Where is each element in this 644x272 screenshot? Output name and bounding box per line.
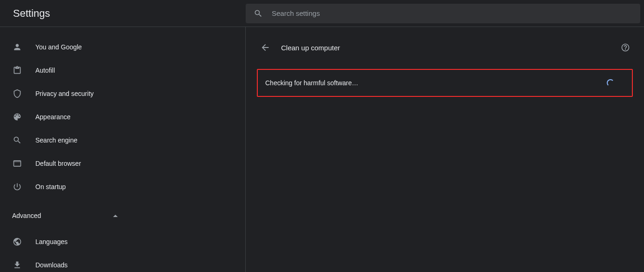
sidebar-section-label: Advanced — [12, 212, 41, 219]
shield-icon — [12, 88, 22, 99]
sidebar-item-label: Appearance — [35, 113, 71, 121]
search-container — [246, 4, 644, 23]
browser-icon — [12, 158, 22, 169]
page-title: Clean up computer — [281, 44, 610, 52]
main-content: Clean up computer Checking for harmful s… — [246, 27, 644, 272]
search-icon — [253, 8, 263, 19]
download-icon — [12, 260, 22, 270]
layout: You and Google Autofill Privacy and secu… — [0, 27, 644, 272]
sidebar: You and Google Autofill Privacy and secu… — [0, 27, 246, 272]
status-card: Checking for harmful software… — [257, 69, 633, 97]
status-text: Checking for harmful software… — [265, 79, 358, 87]
sidebar-item-privacy-and-security[interactable]: Privacy and security — [0, 82, 245, 105]
person-icon — [12, 42, 22, 52]
clipboard-icon — [12, 65, 22, 75]
globe-icon — [12, 237, 22, 247]
sidebar-item-label: Default browser — [35, 160, 81, 167]
app-header: Settings — [0, 0, 644, 27]
sidebar-item-on-startup[interactable]: On startup — [0, 175, 245, 198]
search-input[interactable] — [272, 9, 633, 17]
search-icon — [12, 135, 22, 145]
help-button[interactable] — [620, 42, 631, 53]
sidebar-item-label: Search engine — [35, 136, 77, 144]
loading-spinner-icon — [607, 79, 614, 87]
sidebar-item-default-browser[interactable]: Default browser — [0, 152, 245, 175]
sidebar-item-you-and-google[interactable]: You and Google — [0, 35, 245, 59]
sidebar-item-label: Privacy and security — [35, 90, 94, 97]
sidebar-item-label: On startup — [35, 183, 66, 190]
sidebar-item-search-engine[interactable]: Search engine — [0, 129, 245, 152]
sidebar-section-advanced[interactable]: Advanced — [0, 204, 245, 227]
search-box[interactable] — [246, 4, 640, 23]
sidebar-item-label: Autofill — [35, 67, 55, 74]
sidebar-item-downloads[interactable]: Downloads — [0, 253, 245, 272]
palette-icon — [12, 112, 22, 122]
sidebar-item-autofill[interactable]: Autofill — [0, 59, 245, 82]
page-header: Clean up computer — [257, 38, 633, 57]
sidebar-item-label: Languages — [35, 238, 67, 245]
sidebar-item-languages[interactable]: Languages — [0, 230, 245, 253]
app-title: Settings — [0, 7, 246, 20]
sidebar-item-label: You and Google — [35, 43, 82, 51]
power-icon — [12, 182, 22, 192]
chevron-up-icon — [113, 215, 118, 217]
sidebar-item-appearance[interactable]: Appearance — [0, 105, 245, 129]
sidebar-item-label: Downloads — [35, 261, 67, 269]
back-button[interactable] — [260, 42, 271, 53]
